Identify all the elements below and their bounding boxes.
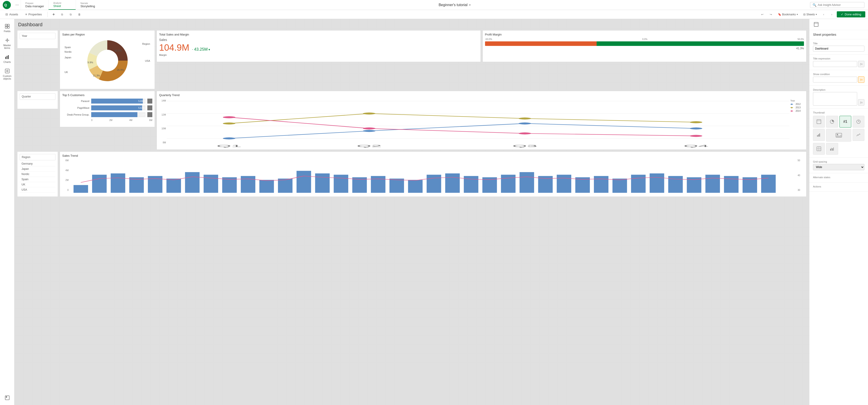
quarterly-trend-card[interactable]: Quarterly Trend 14M 12M 10M 8M	[157, 91, 806, 150]
bookmarks-button[interactable]: 🔖 Bookmarks ▾	[776, 12, 800, 17]
thumb-number-icon[interactable]: #1	[839, 116, 851, 128]
quarter-filter-card[interactable]: Quarter	[17, 91, 58, 109]
title-expression-fx-button[interactable]: ƒx	[858, 61, 864, 67]
sidebar-item-charts[interactable]: Charts	[0, 52, 15, 66]
layout-tab-icon[interactable]	[813, 21, 819, 28]
svg-rect-67	[427, 175, 441, 193]
show-condition-input[interactable]	[813, 77, 857, 82]
fields-icon	[4, 24, 10, 29]
props-description-label: Description	[813, 89, 864, 91]
region-germany[interactable]: Germany	[20, 161, 56, 166]
sheets-button[interactable]: ⊟ Sheets ▾	[802, 12, 819, 17]
props-icon-row	[809, 19, 868, 30]
thumb-clock-icon[interactable]	[852, 116, 864, 128]
svg-rect-48	[73, 185, 88, 193]
quarter-filter-field[interactable]: Quarter	[20, 93, 56, 100]
search-input[interactable]	[818, 3, 862, 6]
region-usa[interactable]: USA	[20, 187, 56, 193]
bar-item-paracel: Paracel 5.69M	[62, 99, 152, 104]
svg-rect-11	[5, 57, 6, 59]
region-japan[interactable]: Japan	[20, 166, 56, 172]
show-condition-row: ƒx	[813, 76, 864, 83]
prev-sheet-button[interactable]: ‹	[820, 11, 827, 18]
thumb-layout-icon[interactable]	[813, 116, 825, 128]
next-sheet-button[interactable]: ›	[829, 11, 835, 18]
region-uk[interactable]: UK	[20, 182, 56, 187]
svg-rect-60	[297, 171, 311, 193]
svg-point-26	[223, 137, 236, 139]
nav-prepare[interactable]: Prepare Data manager	[21, 0, 49, 10]
nav-prepare-value: Data manager	[25, 4, 44, 8]
sales-trend-card[interactable]: Sales Trend 6M 4M 2M 0	[60, 151, 806, 197]
props-title-input[interactable]	[813, 46, 864, 52]
y-right-30: 30	[798, 189, 800, 191]
svg-rect-82	[706, 175, 720, 193]
sidebar-item-master-items[interactable]: Master items	[0, 35, 15, 52]
region-filter-field[interactable]: Region	[20, 154, 56, 160]
svg-rect-79	[650, 173, 664, 193]
thumb-layout-icon2[interactable]	[813, 143, 825, 155]
region-filter-card[interactable]: Region Germany Japan Nordic Spain UK USA	[17, 151, 58, 197]
bar-value-pagewave: 5.63M	[138, 107, 145, 109]
sales-per-region-card[interactable]: Sales per Region	[60, 30, 155, 89]
thumb-grouped-bar-icon[interactable]	[826, 143, 838, 155]
sheets-icon: ⊟	[803, 13, 806, 16]
properties-tab[interactable]: ≡ Properties	[23, 13, 44, 16]
qlik-logo-icon: Q	[3, 1, 11, 9]
svg-point-47	[791, 110, 793, 112]
profit-margin-card[interactable]: Profit Margin -50.0% 0.0% 50.0% 41.3%	[483, 30, 807, 62]
copy-icon[interactable]: ⧉	[67, 11, 74, 18]
nav-analyze[interactable]: Analyze Sheet	[49, 0, 75, 10]
sales-value: 104.9M	[159, 42, 189, 53]
title-expression-row: ƒx	[813, 61, 864, 67]
chevron-down-icon: ▾	[816, 13, 817, 15]
description-fx-button[interactable]: ƒx	[858, 99, 864, 106]
thumb-line-icon[interactable]	[852, 129, 864, 141]
add-icon[interactable]: ✚	[50, 11, 57, 18]
total-sales-card[interactable]: Total Sales and Margin Sales 104.9M · 43…	[157, 30, 481, 62]
top5-customers-card[interactable]: Top 5 Customers Paracel 5.69M PageWave	[60, 91, 155, 127]
region-nordic[interactable]: Nordic	[20, 172, 56, 177]
nav-logo[interactable]: Q	[0, 0, 13, 10]
margin-bar	[485, 41, 804, 46]
props-grid-spacing-select[interactable]: Wide Medium Narrow	[813, 164, 864, 170]
delete-icon[interactable]: 🗑	[76, 11, 83, 18]
year-filter-card[interactable]: Year	[17, 30, 58, 48]
svg-rect-5	[7, 27, 9, 28]
nordic-label: Nordic	[64, 50, 72, 53]
sidebar-charts-label: Charts	[3, 61, 11, 63]
sidebar-bottom-icon[interactable]	[0, 393, 15, 403]
x-label-2m: 2M	[109, 119, 113, 122]
bar-item-pagewave: PageWave 5.63M	[62, 105, 152, 110]
svg-rect-62	[334, 175, 348, 193]
props-description-textarea[interactable]	[813, 92, 857, 106]
bar-item-deak: Deak-Perera Group. 5.11M	[62, 112, 152, 117]
redo-button[interactable]: ↪	[768, 11, 774, 18]
app-title[interactable]: Beginner's tutorial ▾	[439, 3, 471, 7]
svg-point-33	[690, 121, 702, 123]
nav-menu-icon[interactable]: ···	[13, 0, 21, 10]
year-filter-field[interactable]: Year	[20, 33, 56, 39]
sidebar-item-fields[interactable]: Fields	[0, 21, 15, 35]
svg-point-35	[363, 128, 375, 130]
assets-tab[interactable]: ⊟ Assets	[3, 13, 21, 16]
nav-narrate[interactable]: Narrate Storytelling	[75, 0, 103, 10]
sidebar-item-custom-objects[interactable]: Custom objects	[0, 66, 15, 82]
ask-insight-advisor-search[interactable]: 🔍	[810, 2, 864, 8]
undo-button[interactable]: ↩	[759, 11, 766, 18]
svg-rect-2	[5, 24, 7, 26]
svg-rect-72	[520, 172, 534, 193]
svg-rect-76	[594, 176, 609, 193]
thumb-pie-icon[interactable]	[826, 116, 838, 128]
svg-text:9.9%: 9.9%	[87, 61, 93, 64]
props-title-expression-input[interactable]	[813, 61, 857, 67]
region-spain[interactable]: Spain	[20, 177, 56, 182]
show-condition-fx-button[interactable]: ƒx	[858, 76, 864, 83]
svg-text:26.9%: 26.9%	[117, 69, 124, 71]
thumb-bar-icon[interactable]	[813, 129, 825, 141]
properties-panel: Sheet properties Title Title expression …	[809, 19, 868, 405]
duplicate-icon[interactable]: ⧉	[59, 11, 66, 18]
thumb-image-icon[interactable]	[826, 129, 851, 141]
done-editing-button[interactable]: ✓ Done editing	[837, 11, 865, 18]
svg-rect-94	[817, 135, 818, 137]
